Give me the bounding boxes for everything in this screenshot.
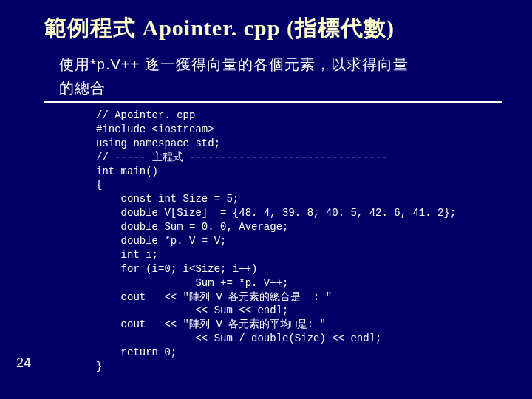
code-line: // Apointer. cpp bbox=[96, 109, 195, 121]
code-line: double Sum = 0. 0, Average; bbox=[96, 221, 288, 233]
code-line: int i; bbox=[96, 249, 158, 261]
code-line: double V[Size] = {48. 4, 39. 8, 40. 5, 4… bbox=[96, 207, 456, 219]
code-line: cout << "陣列 V 各元素的總合是 : " bbox=[96, 291, 332, 303]
code-line: // ----- 主程式 ---------------------------… bbox=[96, 151, 388, 163]
code-line: } bbox=[96, 361, 102, 372]
code-line: const int Size = 5; bbox=[96, 193, 239, 205]
code-line: for (i=0; i<Size; i++) bbox=[96, 263, 257, 275]
slide: 範例程式 Apointer. cpp (指標代數) 使用*p.V++ 逐一獲得向… bbox=[0, 0, 532, 374]
code-line: return 0; bbox=[96, 347, 177, 358]
slide-title: 範例程式 Apointer. cpp (指標代數) bbox=[44, 13, 502, 44]
code-line: using namespace std; bbox=[96, 137, 220, 149]
code-line: double *p. V = V; bbox=[96, 235, 226, 247]
code-line: cout << "陣列 V 各元素的平均□是: " bbox=[96, 318, 326, 330]
code-line: Sum += *p. V++; bbox=[96, 277, 288, 289]
subtitle-line-2: 的總合 bbox=[59, 78, 502, 98]
code-line: << Sum << endl; bbox=[96, 304, 288, 316]
subtitle-line-1: 使用*p.V++ 逐一獲得向量的各個元素，以求得向量 bbox=[59, 54, 502, 75]
divider bbox=[44, 101, 502, 103]
code-line: #include <iostream> bbox=[96, 123, 214, 135]
page-number: 24 bbox=[16, 355, 31, 371]
code-line: int main() bbox=[96, 166, 158, 177]
code-line: << Sum / double(Size) << endl; bbox=[96, 332, 381, 344]
code-block: // Apointer. cpp #include <iostream> usi… bbox=[96, 109, 502, 374]
code-line: { bbox=[96, 179, 102, 191]
